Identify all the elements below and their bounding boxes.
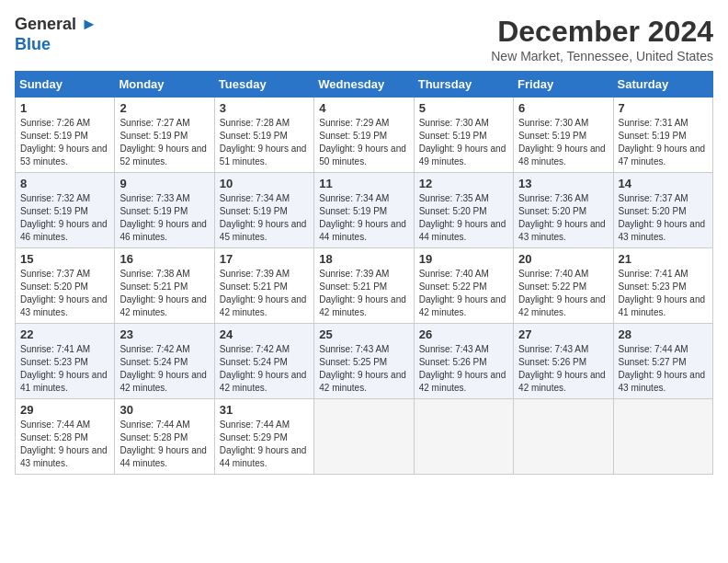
day-number: 2 [119,101,209,115]
day-detail: Sunrise: 7:43 AM Sunset: 5:25 PM Dayligh… [319,343,408,395]
calendar-header-cell: Saturday [613,72,712,98]
calendar-day-cell: 7 Sunrise: 7:31 AM Sunset: 5:19 PM Dayli… [613,98,712,173]
day-number: 10 [220,177,309,190]
day-detail: Sunrise: 7:33 AM Sunset: 5:19 PM Dayligh… [119,192,209,244]
calendar-day-cell [514,399,613,475]
location: New Market, Tennessee, United States [491,49,713,63]
day-number: 17 [220,252,309,266]
day-number: 15 [20,252,109,266]
day-detail: Sunrise: 7:43 AM Sunset: 5:26 PM Dayligh… [518,343,608,395]
calendar-header-cell: Monday [115,72,214,98]
day-number: 26 [419,327,508,341]
day-detail: Sunrise: 7:34 AM Sunset: 5:19 PM Dayligh… [319,192,408,244]
day-number: 13 [518,177,608,190]
calendar-day-cell: 13 Sunrise: 7:36 AM Sunset: 5:20 PM Dayl… [514,173,613,248]
month-title: December 2024 [491,15,713,49]
calendar-week-row: 22 Sunrise: 7:41 AM Sunset: 5:23 PM Dayl… [16,324,713,399]
calendar-week-row: 29 Sunrise: 7:44 AM Sunset: 5:28 PM Dayl… [16,399,713,475]
day-detail: Sunrise: 7:28 AM Sunset: 5:19 PM Dayligh… [220,117,309,168]
day-detail: Sunrise: 7:37 AM Sunset: 5:20 PM Dayligh… [619,192,708,244]
day-detail: Sunrise: 7:31 AM Sunset: 5:19 PM Dayligh… [619,117,708,168]
day-detail: Sunrise: 7:41 AM Sunset: 5:23 PM Dayligh… [20,343,109,395]
day-detail: Sunrise: 7:40 AM Sunset: 5:22 PM Dayligh… [518,268,608,319]
calendar-day-cell: 22 Sunrise: 7:41 AM Sunset: 5:23 PM Dayl… [16,324,115,399]
day-number: 9 [119,177,209,190]
calendar-day-cell [613,399,712,475]
day-detail: Sunrise: 7:44 AM Sunset: 5:28 PM Dayligh… [20,419,109,470]
day-detail: Sunrise: 7:32 AM Sunset: 5:19 PM Dayligh… [20,192,109,244]
calendar-day-cell: 3 Sunrise: 7:28 AM Sunset: 5:19 PM Dayli… [214,98,313,173]
calendar-day-cell: 10 Sunrise: 7:34 AM Sunset: 5:19 PM Dayl… [214,173,313,248]
day-detail: Sunrise: 7:41 AM Sunset: 5:23 PM Dayligh… [619,268,708,319]
day-detail: Sunrise: 7:26 AM Sunset: 5:19 PM Dayligh… [20,117,109,168]
calendar-day-cell: 15 Sunrise: 7:37 AM Sunset: 5:20 PM Dayl… [16,248,115,324]
calendar-day-cell: 21 Sunrise: 7:41 AM Sunset: 5:23 PM Dayl… [613,248,712,324]
calendar-header-cell: Sunday [16,72,115,98]
day-detail: Sunrise: 7:39 AM Sunset: 5:21 PM Dayligh… [220,268,309,319]
day-detail: Sunrise: 7:27 AM Sunset: 5:19 PM Dayligh… [119,117,209,168]
calendar-day-cell: 2 Sunrise: 7:27 AM Sunset: 5:19 PM Dayli… [115,98,214,173]
calendar-table: SundayMondayTuesdayWednesdayThursdayFrid… [15,71,713,475]
day-detail: Sunrise: 7:37 AM Sunset: 5:20 PM Dayligh… [20,268,109,319]
day-number: 3 [220,101,309,115]
day-number: 31 [220,403,309,417]
calendar-week-row: 15 Sunrise: 7:37 AM Sunset: 5:20 PM Dayl… [16,248,713,324]
calendar-day-cell: 5 Sunrise: 7:30 AM Sunset: 5:19 PM Dayli… [414,98,513,173]
calendar-day-cell: 26 Sunrise: 7:43 AM Sunset: 5:26 PM Dayl… [414,324,513,399]
day-detail: Sunrise: 7:36 AM Sunset: 5:20 PM Dayligh… [518,192,608,244]
calendar-header-cell: Wednesday [314,72,414,98]
day-number: 20 [518,252,608,266]
day-detail: Sunrise: 7:34 AM Sunset: 5:19 PM Dayligh… [220,192,309,244]
day-number: 19 [419,252,508,266]
day-number: 25 [319,327,408,341]
calendar-day-cell: 27 Sunrise: 7:43 AM Sunset: 5:26 PM Dayl… [514,324,613,399]
calendar-day-cell: 18 Sunrise: 7:39 AM Sunset: 5:21 PM Dayl… [314,248,414,324]
calendar-day-cell: 14 Sunrise: 7:37 AM Sunset: 5:20 PM Dayl… [613,173,712,248]
day-number: 5 [419,101,508,115]
calendar-day-cell: 1 Sunrise: 7:26 AM Sunset: 5:19 PM Dayli… [16,98,115,173]
day-detail: Sunrise: 7:35 AM Sunset: 5:20 PM Dayligh… [419,192,508,244]
calendar-day-cell: 24 Sunrise: 7:42 AM Sunset: 5:24 PM Dayl… [214,324,313,399]
day-detail: Sunrise: 7:38 AM Sunset: 5:21 PM Dayligh… [119,268,209,319]
calendar-day-cell: 12 Sunrise: 7:35 AM Sunset: 5:20 PM Dayl… [414,173,513,248]
calendar-day-cell: 17 Sunrise: 7:39 AM Sunset: 5:21 PM Dayl… [214,248,313,324]
day-number: 23 [119,327,209,341]
calendar-day-cell: 6 Sunrise: 7:30 AM Sunset: 5:19 PM Dayli… [514,98,613,173]
day-number: 16 [119,252,209,266]
calendar-week-row: 1 Sunrise: 7:26 AM Sunset: 5:19 PM Dayli… [16,98,713,173]
day-detail: Sunrise: 7:29 AM Sunset: 5:19 PM Dayligh… [319,117,408,168]
calendar-day-cell [414,399,513,475]
day-number: 30 [119,403,209,417]
day-number: 21 [619,252,708,266]
calendar-header-cell: Thursday [414,72,513,98]
calendar-day-cell: 28 Sunrise: 7:44 AM Sunset: 5:27 PM Dayl… [613,324,712,399]
calendar-day-cell: 25 Sunrise: 7:43 AM Sunset: 5:25 PM Dayl… [314,324,414,399]
day-number: 18 [319,252,408,266]
calendar-day-cell: 30 Sunrise: 7:44 AM Sunset: 5:28 PM Dayl… [115,399,214,475]
day-detail: Sunrise: 7:44 AM Sunset: 5:29 PM Dayligh… [220,419,309,470]
day-number: 7 [619,101,708,115]
day-number: 14 [619,177,708,190]
calendar-day-cell: 11 Sunrise: 7:34 AM Sunset: 5:19 PM Dayl… [314,173,414,248]
day-number: 4 [319,101,408,115]
day-detail: Sunrise: 7:39 AM Sunset: 5:21 PM Dayligh… [319,268,408,319]
calendar-week-row: 8 Sunrise: 7:32 AM Sunset: 5:19 PM Dayli… [16,173,713,248]
day-number: 28 [619,327,708,341]
day-detail: Sunrise: 7:44 AM Sunset: 5:28 PM Dayligh… [119,419,209,470]
calendar-body: 1 Sunrise: 7:26 AM Sunset: 5:19 PM Dayli… [16,98,713,475]
logo: General ► Blue [15,15,97,54]
day-number: 24 [220,327,309,341]
calendar-day-cell: 31 Sunrise: 7:44 AM Sunset: 5:29 PM Dayl… [214,399,313,475]
day-number: 8 [20,177,109,190]
day-detail: Sunrise: 7:42 AM Sunset: 5:24 PM Dayligh… [220,343,309,395]
day-number: 12 [419,177,508,190]
day-detail: Sunrise: 7:42 AM Sunset: 5:24 PM Dayligh… [119,343,209,395]
day-number: 1 [20,101,109,115]
day-number: 27 [518,327,608,341]
day-number: 29 [20,403,109,417]
calendar-day-cell: 9 Sunrise: 7:33 AM Sunset: 5:19 PM Dayli… [115,173,214,248]
calendar-day-cell: 8 Sunrise: 7:32 AM Sunset: 5:19 PM Dayli… [16,173,115,248]
calendar-day-cell: 19 Sunrise: 7:40 AM Sunset: 5:22 PM Dayl… [414,248,513,324]
calendar-day-cell: 4 Sunrise: 7:29 AM Sunset: 5:19 PM Dayli… [314,98,414,173]
calendar-day-cell: 16 Sunrise: 7:38 AM Sunset: 5:21 PM Dayl… [115,248,214,324]
